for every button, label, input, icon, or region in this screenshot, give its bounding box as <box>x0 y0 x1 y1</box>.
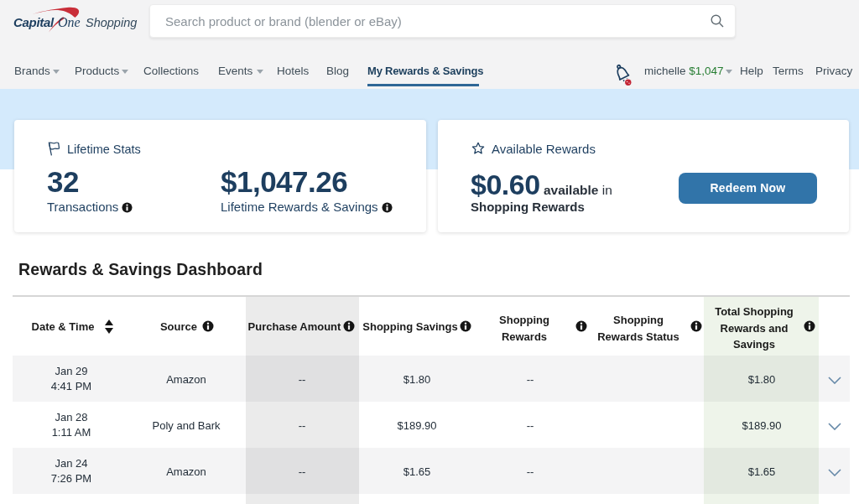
svg-text:Shopping: Shopping <box>86 16 137 29</box>
svg-text:One: One <box>58 15 81 29</box>
svg-text:Capital: Capital <box>13 15 55 29</box>
